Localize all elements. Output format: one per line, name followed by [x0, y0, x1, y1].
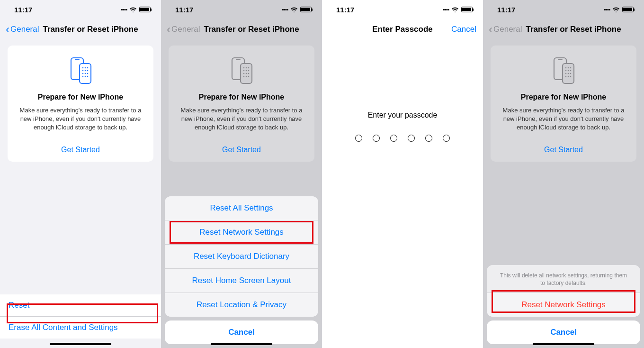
home-indicator[interactable]	[50, 343, 111, 345]
passcode-dot	[390, 135, 397, 142]
svg-point-35	[570, 67, 572, 69]
sheet-cancel-button[interactable]: Cancel	[165, 321, 318, 344]
status-time: 11:17	[497, 6, 515, 14]
prepare-card-dimmed: Prepare for New iPhone Make sure everyth…	[491, 46, 636, 162]
battery-icon	[461, 7, 473, 12]
svg-point-43	[568, 76, 569, 77]
svg-point-26	[248, 73, 250, 74]
passcode-dot	[443, 135, 450, 142]
screen-1-transfer-reset: 11:17 ▪▪▪▪ ‹ General Transfer or Reset i…	[0, 0, 161, 348]
cellular-icon: ▪▪▪▪	[604, 6, 610, 13]
nav-title: Transfer or Reset iPhone	[204, 25, 299, 34]
reset-all-settings[interactable]: Reset All Settings	[165, 196, 318, 220]
status-bar: 11:17 ▪▪▪▪	[322, 0, 483, 19]
svg-point-12	[82, 76, 84, 77]
nav-title: Transfer or Reset iPhone	[526, 25, 621, 34]
svg-point-9	[82, 73, 84, 74]
screen-2-reset-sheet: 11:17 ▪▪▪▪ ‹ General Transfer or Reset i…	[161, 0, 322, 348]
reset-action-sheet: Reset All Settings Reset Network Setting…	[165, 196, 318, 344]
svg-point-42	[565, 76, 567, 77]
status-indicators: ▪▪▪▪	[121, 6, 151, 13]
svg-point-3	[82, 67, 84, 69]
svg-point-18	[243, 67, 245, 69]
confirm-note: This will delete all network settings, r…	[487, 265, 640, 293]
passcode-dot	[373, 135, 380, 142]
status-bar: 11:17 ▪▪▪▪	[483, 0, 644, 19]
wifi-icon	[451, 7, 459, 12]
get-started-link[interactable]: Get Started	[15, 146, 146, 154]
svg-point-37	[568, 70, 569, 72]
svg-point-36	[565, 70, 567, 72]
svg-point-38	[570, 70, 572, 72]
cancel-button[interactable]: Cancel	[451, 25, 476, 34]
reset-row[interactable]: Reset	[0, 294, 161, 317]
transfer-devices-icon	[66, 57, 95, 84]
svg-point-40	[568, 73, 569, 74]
passcode-dot	[355, 135, 362, 142]
svg-point-10	[85, 73, 86, 74]
svg-point-27	[243, 76, 245, 77]
nav-title: Transfer or Reset iPhone	[43, 25, 138, 34]
passcode-dots[interactable]	[322, 135, 483, 142]
transfer-devices-icon	[549, 57, 578, 84]
prepare-card-dimmed: Prepare for New iPhone Make sure everyth…	[169, 46, 314, 162]
nav-bar: ‹ General Transfer or Reset iPhone	[161, 19, 322, 40]
battery-icon	[300, 7, 312, 12]
svg-point-44	[570, 76, 572, 77]
card-description: Make sure everything's ready to transfer…	[15, 106, 146, 132]
erase-all-row[interactable]: Erase All Content and Settings	[0, 317, 161, 339]
svg-point-7	[85, 70, 86, 72]
confirm-action-sheet: This will delete all network settings, r…	[487, 265, 640, 344]
svg-point-28	[246, 76, 247, 77]
back-label: General	[171, 25, 200, 34]
passcode-prompt: Enter your passcode	[322, 111, 483, 119]
back-label: General	[10, 25, 39, 34]
svg-point-41	[570, 73, 572, 74]
nav-bar: Enter Passcode Cancel	[322, 19, 483, 40]
svg-point-13	[85, 76, 86, 77]
svg-point-33	[565, 67, 567, 69]
cellular-icon: ▪▪▪▪	[121, 6, 127, 13]
get-started-link: Get Started	[176, 146, 307, 154]
prepare-card: Prepare for New iPhone Make sure everyth…	[8, 46, 153, 162]
svg-point-34	[568, 67, 569, 69]
svg-point-21	[243, 70, 245, 72]
cellular-icon: ▪▪▪▪	[282, 6, 288, 13]
svg-point-23	[248, 70, 250, 72]
battery-icon	[622, 7, 634, 12]
card-title: Prepare for New iPhone	[498, 93, 629, 101]
svg-point-19	[246, 67, 247, 69]
reset-location-privacy[interactable]: Reset Location & Privacy	[165, 293, 318, 317]
card-description: Make sure everything's ready to transfer…	[176, 106, 307, 132]
wifi-icon	[612, 7, 620, 12]
reset-network-settings[interactable]: Reset Network Settings	[165, 220, 318, 245]
screen-3-enter-passcode: 11:17 ▪▪▪▪ Enter Passcode Cancel Enter y…	[322, 0, 483, 348]
passcode-dot	[425, 135, 432, 142]
sheet-cancel-button[interactable]: Cancel	[487, 321, 640, 344]
svg-point-14	[87, 76, 89, 77]
back-button[interactable]: ‹ General	[6, 24, 39, 35]
svg-point-24	[243, 73, 245, 74]
chevron-left-icon: ‹	[167, 24, 170, 35]
svg-point-22	[246, 70, 247, 72]
status-time: 11:17	[336, 6, 354, 14]
reset-keyboard-dictionary[interactable]: Reset Keyboard Dictionary	[165, 245, 318, 269]
confirm-group: This will delete all network settings, r…	[487, 265, 640, 317]
chevron-left-icon: ‹	[489, 24, 492, 35]
status-time: 11:17	[14, 6, 32, 14]
home-indicator[interactable]	[533, 343, 594, 345]
passcode-entry: Enter your passcode	[322, 111, 483, 142]
svg-point-5	[87, 67, 89, 69]
screen-4-confirm-reset: 11:17 ▪▪▪▪ ‹ General Transfer or Reset i…	[483, 0, 644, 348]
passcode-dot	[408, 135, 415, 142]
home-indicator[interactable]	[211, 343, 272, 345]
svg-point-11	[87, 73, 89, 74]
status-bar: 11:17 ▪▪▪▪	[0, 0, 161, 19]
confirm-reset-network-button[interactable]: Reset Network Settings	[487, 293, 640, 317]
status-indicators: ▪▪▪▪	[604, 6, 634, 13]
card-title: Prepare for New iPhone	[15, 93, 146, 101]
nav-bar: ‹ General Transfer or Reset iPhone	[0, 19, 161, 40]
reset-home-screen-layout[interactable]: Reset Home Screen Layout	[165, 269, 318, 293]
transfer-devices-icon	[227, 57, 256, 84]
reset-options-group: Reset All Settings Reset Network Setting…	[165, 196, 318, 317]
